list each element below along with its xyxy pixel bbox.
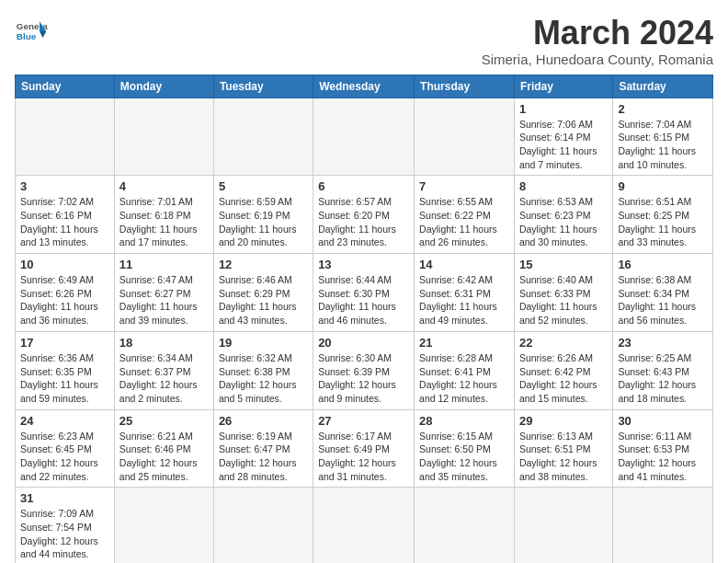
calendar-cell: 3Sunrise: 7:02 AM Sunset: 6:16 PM Daylig… bbox=[16, 176, 115, 254]
day-number: 24 bbox=[20, 414, 109, 428]
calendar-week-4: 17Sunrise: 6:36 AM Sunset: 6:35 PM Dayli… bbox=[16, 331, 713, 409]
title-area: March 2024 Simeria, Hunedoara County, Ro… bbox=[482, 15, 713, 67]
day-info: Sunrise: 7:09 AM Sunset: 7:54 PM Dayligh… bbox=[20, 507, 109, 561]
col-monday: Monday bbox=[114, 75, 213, 98]
day-info: Sunrise: 7:01 AM Sunset: 6:18 PM Dayligh… bbox=[119, 195, 209, 249]
logo-icon: General Blue bbox=[15, 15, 48, 48]
day-info: Sunrise: 6:57 AM Sunset: 6:20 PM Dayligh… bbox=[318, 195, 409, 249]
calendar-cell: 27Sunrise: 6:17 AM Sunset: 6:49 PM Dayli… bbox=[313, 409, 415, 488]
day-info: Sunrise: 6:30 AM Sunset: 6:39 PM Dayligh… bbox=[318, 351, 409, 406]
day-info: Sunrise: 6:32 AM Sunset: 6:38 PM Dayligh… bbox=[219, 351, 308, 406]
svg-text:Blue: Blue bbox=[17, 31, 37, 41]
calendar-cell: 4Sunrise: 7:01 AM Sunset: 6:18 PM Daylig… bbox=[114, 176, 213, 254]
calendar-week-1: 1Sunrise: 7:06 AM Sunset: 6:14 PM Daylig… bbox=[16, 98, 713, 176]
day-number: 1 bbox=[519, 102, 608, 116]
calendar-cell: 19Sunrise: 6:32 AM Sunset: 6:38 PM Dayli… bbox=[213, 331, 313, 409]
day-info: Sunrise: 6:55 AM Sunset: 6:22 PM Dayligh… bbox=[419, 195, 509, 249]
day-number: 28 bbox=[419, 414, 509, 428]
day-info: Sunrise: 6:25 AM Sunset: 6:43 PM Dayligh… bbox=[618, 351, 708, 406]
col-sunday: Sunday bbox=[16, 75, 115, 98]
calendar-cell: 30Sunrise: 6:11 AM Sunset: 6:53 PM Dayli… bbox=[613, 409, 713, 488]
calendar-cell bbox=[213, 488, 313, 563]
day-info: Sunrise: 6:21 AM Sunset: 6:46 PM Dayligh… bbox=[119, 430, 209, 484]
col-friday: Friday bbox=[514, 75, 612, 98]
calendar-cell: 18Sunrise: 6:34 AM Sunset: 6:37 PM Dayli… bbox=[114, 331, 213, 409]
col-tuesday: Tuesday bbox=[213, 75, 313, 98]
day-number: 27 bbox=[318, 414, 409, 428]
calendar-week-6: 31Sunrise: 7:09 AM Sunset: 7:54 PM Dayli… bbox=[16, 488, 713, 563]
calendar-week-3: 10Sunrise: 6:49 AM Sunset: 6:26 PM Dayli… bbox=[16, 254, 713, 332]
calendar-cell: 10Sunrise: 6:49 AM Sunset: 6:26 PM Dayli… bbox=[16, 254, 115, 332]
calendar-table: Sunday Monday Tuesday Wednesday Thursday… bbox=[15, 75, 713, 563]
day-number: 23 bbox=[618, 336, 708, 350]
calendar-cell bbox=[114, 98, 213, 176]
calendar-header-row: Sunday Monday Tuesday Wednesday Thursday… bbox=[16, 75, 713, 98]
day-info: Sunrise: 6:19 AM Sunset: 6:47 PM Dayligh… bbox=[219, 430, 308, 484]
day-number: 14 bbox=[419, 258, 509, 271]
day-number: 15 bbox=[519, 258, 608, 271]
day-number: 6 bbox=[318, 179, 409, 193]
day-info: Sunrise: 6:44 AM Sunset: 6:30 PM Dayligh… bbox=[318, 273, 409, 327]
day-number: 31 bbox=[20, 491, 109, 505]
col-wednesday: Wednesday bbox=[313, 75, 415, 98]
calendar-cell bbox=[114, 488, 213, 563]
day-info: Sunrise: 6:47 AM Sunset: 6:27 PM Dayligh… bbox=[119, 273, 209, 327]
day-number: 13 bbox=[318, 258, 409, 271]
day-number: 10 bbox=[20, 258, 109, 271]
calendar-cell bbox=[213, 98, 313, 176]
day-number: 29 bbox=[519, 414, 608, 428]
day-number: 22 bbox=[519, 336, 608, 350]
day-info: Sunrise: 6:15 AM Sunset: 6:50 PM Dayligh… bbox=[419, 430, 509, 484]
calendar-title: March 2024 bbox=[482, 15, 713, 52]
day-info: Sunrise: 6:59 AM Sunset: 6:19 PM Dayligh… bbox=[219, 195, 308, 249]
day-info: Sunrise: 6:11 AM Sunset: 6:53 PM Dayligh… bbox=[618, 430, 708, 484]
calendar-week-2: 3Sunrise: 7:02 AM Sunset: 6:16 PM Daylig… bbox=[16, 176, 713, 254]
day-number: 26 bbox=[219, 414, 308, 428]
calendar-cell: 13Sunrise: 6:44 AM Sunset: 6:30 PM Dayli… bbox=[313, 254, 415, 332]
calendar-cell: 23Sunrise: 6:25 AM Sunset: 6:43 PM Dayli… bbox=[613, 331, 713, 409]
calendar-cell: 31Sunrise: 7:09 AM Sunset: 7:54 PM Dayli… bbox=[16, 488, 115, 563]
day-info: Sunrise: 6:40 AM Sunset: 6:33 PM Dayligh… bbox=[519, 273, 608, 327]
calendar-cell: 29Sunrise: 6:13 AM Sunset: 6:51 PM Dayli… bbox=[514, 409, 612, 488]
day-info: Sunrise: 6:51 AM Sunset: 6:25 PM Dayligh… bbox=[618, 195, 708, 249]
col-saturday: Saturday bbox=[613, 75, 713, 98]
calendar-cell: 24Sunrise: 6:23 AM Sunset: 6:45 PM Dayli… bbox=[16, 409, 115, 488]
day-info: Sunrise: 7:06 AM Sunset: 6:14 PM Dayligh… bbox=[519, 118, 608, 172]
calendar-cell: 11Sunrise: 6:47 AM Sunset: 6:27 PM Dayli… bbox=[114, 254, 213, 332]
day-info: Sunrise: 6:17 AM Sunset: 6:49 PM Dayligh… bbox=[318, 430, 409, 484]
calendar-cell bbox=[415, 98, 515, 176]
calendar-cell: 25Sunrise: 6:21 AM Sunset: 6:46 PM Dayli… bbox=[114, 409, 213, 488]
calendar-cell: 2Sunrise: 7:04 AM Sunset: 6:15 PM Daylig… bbox=[613, 98, 713, 176]
svg-marker-3 bbox=[40, 31, 46, 38]
calendar-cell bbox=[313, 488, 415, 563]
calendar-cell: 20Sunrise: 6:30 AM Sunset: 6:39 PM Dayli… bbox=[313, 331, 415, 409]
calendar-cell: 15Sunrise: 6:40 AM Sunset: 6:33 PM Dayli… bbox=[514, 254, 612, 332]
day-info: Sunrise: 6:26 AM Sunset: 6:42 PM Dayligh… bbox=[519, 351, 608, 406]
day-number: 21 bbox=[419, 336, 509, 350]
day-number: 7 bbox=[419, 179, 509, 193]
calendar-cell: 21Sunrise: 6:28 AM Sunset: 6:41 PM Dayli… bbox=[415, 331, 515, 409]
calendar-cell: 9Sunrise: 6:51 AM Sunset: 6:25 PM Daylig… bbox=[613, 176, 713, 254]
day-number: 12 bbox=[219, 258, 308, 271]
calendar-cell: 16Sunrise: 6:38 AM Sunset: 6:34 PM Dayli… bbox=[613, 254, 713, 332]
day-info: Sunrise: 6:49 AM Sunset: 6:26 PM Dayligh… bbox=[20, 273, 109, 327]
day-info: Sunrise: 6:34 AM Sunset: 6:37 PM Dayligh… bbox=[119, 351, 209, 406]
calendar-week-5: 24Sunrise: 6:23 AM Sunset: 6:45 PM Dayli… bbox=[16, 409, 713, 488]
calendar-cell: 17Sunrise: 6:36 AM Sunset: 6:35 PM Dayli… bbox=[16, 331, 115, 409]
calendar-cell bbox=[514, 488, 612, 563]
day-info: Sunrise: 6:53 AM Sunset: 6:23 PM Dayligh… bbox=[519, 195, 608, 249]
day-number: 3 bbox=[20, 179, 109, 193]
day-number: 8 bbox=[519, 179, 608, 193]
col-thursday: Thursday bbox=[415, 75, 515, 98]
day-info: Sunrise: 6:28 AM Sunset: 6:41 PM Dayligh… bbox=[419, 351, 509, 406]
day-info: Sunrise: 6:42 AM Sunset: 6:31 PM Dayligh… bbox=[419, 273, 509, 327]
calendar-cell: 22Sunrise: 6:26 AM Sunset: 6:42 PM Dayli… bbox=[514, 331, 612, 409]
day-number: 4 bbox=[119, 179, 209, 193]
day-number: 11 bbox=[119, 258, 209, 271]
day-info: Sunrise: 7:04 AM Sunset: 6:15 PM Dayligh… bbox=[618, 118, 708, 172]
day-info: Sunrise: 6:36 AM Sunset: 6:35 PM Dayligh… bbox=[20, 351, 109, 406]
calendar-cell: 7Sunrise: 6:55 AM Sunset: 6:22 PM Daylig… bbox=[415, 176, 515, 254]
day-number: 2 bbox=[618, 102, 708, 116]
day-number: 19 bbox=[219, 336, 308, 350]
calendar-cell: 6Sunrise: 6:57 AM Sunset: 6:20 PM Daylig… bbox=[313, 176, 415, 254]
